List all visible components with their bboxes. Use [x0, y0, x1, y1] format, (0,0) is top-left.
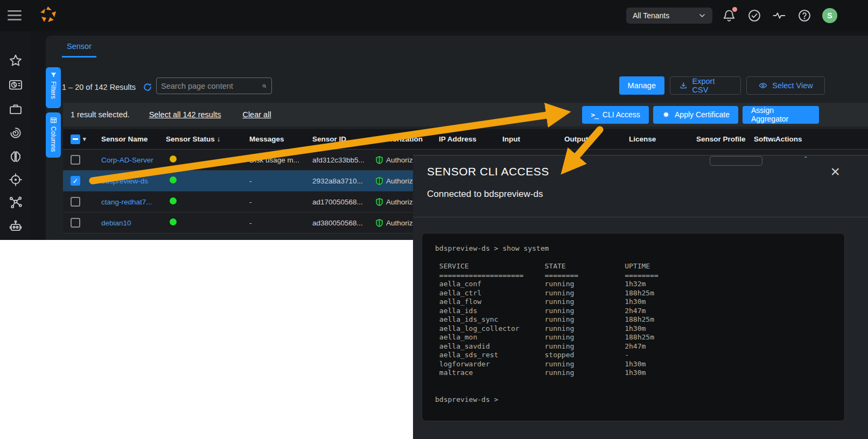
panel-divider	[413, 217, 868, 217]
header-authorization[interactable]: Authorization	[376, 135, 439, 143]
columns-side-tab[interactable]: Columns	[46, 112, 61, 158]
sensor-id-cell: ad170050568...	[312, 198, 376, 206]
select-view-button[interactable]: Select View	[746, 76, 825, 95]
header-software-version[interactable]: Software Version	[754, 135, 775, 143]
header-messages[interactable]: Messages	[249, 135, 312, 143]
apply-certificate-button[interactable]: Apply Certificate	[653, 106, 738, 124]
search-box	[156, 77, 272, 94]
screen: All Tenants S	[0, 0, 868, 439]
toolbar-buttons: Manage Export CSV Select View	[619, 76, 825, 95]
tenant-selector[interactable]: All Tenants	[626, 8, 712, 24]
tasks-check-icon[interactable]	[747, 8, 762, 23]
refresh-icon[interactable]	[142, 82, 153, 93]
search-icon[interactable]	[262, 81, 267, 91]
search-input[interactable]	[161, 82, 262, 90]
sensor-id-cell: ad380050568...	[312, 219, 376, 227]
messages-cell: Disk usage m...	[249, 156, 312, 164]
header-sensor-profile[interactable]: Sensor Profile	[696, 135, 754, 143]
crosshair-icon[interactable]	[8, 172, 23, 187]
header-output[interactable]: Output	[564, 135, 629, 143]
selection-count: 1 result selected.	[71, 110, 130, 119]
help-icon[interactable]	[797, 8, 812, 23]
header-ip-address[interactable]: IP Address	[439, 135, 502, 143]
briefcase-icon[interactable]	[8, 102, 23, 117]
user-avatar[interactable]: S	[822, 8, 837, 23]
filters-side-tab[interactable]: Filters	[46, 67, 61, 108]
header-license[interactable]: License	[629, 135, 696, 143]
brain-icon[interactable]	[8, 149, 23, 164]
bulk-action-buttons: >_ CLI Access Apply Certificate Assign A…	[582, 106, 868, 124]
chevron-down-icon	[698, 12, 706, 19]
network-icon[interactable]	[8, 195, 23, 210]
actions-cell-fragment: -	[804, 152, 807, 161]
terminal-icon: >_	[591, 111, 598, 119]
select-all-checkbox[interactable]	[71, 134, 80, 144]
selection-bar: 1 result selected. Select all 142 result…	[63, 103, 868, 126]
sensor-name-link[interactable]: ctang-redhat7...	[101, 198, 152, 206]
export-csv-button[interactable]: Export CSV	[670, 76, 741, 95]
stellar-logo[interactable]	[38, 5, 59, 26]
sensor-name-link[interactable]: Corp-AD-Server	[101, 156, 153, 164]
row-checkbox[interactable]	[71, 218, 80, 228]
header-sensor-name[interactable]: Sensor Name	[101, 135, 166, 143]
tab-sensor[interactable]: Sensor	[62, 42, 96, 58]
top-bar: All Tenants S	[0, 0, 868, 31]
star-icon[interactable]	[8, 53, 23, 68]
spiral-icon[interactable]	[8, 125, 23, 140]
clear-all-link[interactable]: Clear all	[242, 110, 271, 119]
download-icon	[679, 81, 688, 90]
sort-desc-icon: ↓	[217, 135, 221, 143]
cli-panel-subtitle: Connected to bdspreview-ds	[427, 189, 543, 200]
cli-panel-title: SENSOR CLI ACCESS	[427, 165, 549, 178]
checkbox-menu-caret-icon[interactable]: ▾	[83, 136, 86, 143]
header-sensor-id[interactable]: Sensor ID	[312, 135, 376, 143]
sensor-cli-access-panel: SENSOR CLI ACCESS × Connected to bdsprev…	[413, 155, 868, 439]
assign-aggregator-button[interactable]: Assign Aggregator	[743, 106, 819, 124]
dashboard-icon[interactable]	[8, 77, 23, 93]
messages-cell: -	[249, 198, 312, 206]
header-input[interactable]: Input	[502, 135, 564, 143]
avatar-initial: S	[827, 11, 832, 20]
columns-grid-icon	[50, 117, 57, 124]
shield-icon	[376, 198, 383, 206]
select-all-link[interactable]: Select all 142 results	[149, 110, 221, 119]
filter-funnel-icon	[50, 72, 57, 79]
messages-cell: -	[249, 219, 312, 227]
results-summary: 1 – 20 of 142 Results	[62, 83, 136, 91]
tenant-selector-label: All Tenants	[633, 11, 669, 20]
manage-button[interactable]: Manage	[619, 76, 664, 95]
sensor-name-link[interactable]: bdspreview-ds	[101, 177, 148, 185]
notification-dot	[732, 7, 737, 12]
header-actions[interactable]: Actions	[775, 135, 824, 143]
status-dot	[170, 176, 177, 183]
sensor-id-cell: 2932a8a3710...	[312, 177, 376, 185]
notifications-bell-icon[interactable]	[722, 8, 737, 23]
table-header-row: ▾ Sensor Name Sensor Status↓ Messages Se…	[63, 129, 868, 150]
shield-icon	[376, 156, 383, 164]
cli-terminal[interactable]: bdspreview-ds > show system SERVICE STAT…	[422, 233, 845, 421]
header-sensor-status[interactable]: Sensor Status↓	[166, 135, 249, 143]
system-health-pulse-icon[interactable]	[772, 8, 787, 23]
license-cell-fragment	[710, 156, 762, 166]
row-checkbox[interactable]: ✓	[71, 176, 80, 186]
status-dot	[170, 197, 177, 204]
row-checkbox[interactable]	[71, 197, 80, 207]
status-dot	[170, 218, 177, 225]
cli-access-button[interactable]: >_ CLI Access	[582, 106, 649, 124]
left-nav-rail	[0, 31, 31, 240]
sensor-id-cell: afd312c33bb5...	[312, 156, 376, 164]
status-dot	[170, 155, 177, 162]
robot-icon[interactable]	[8, 218, 23, 233]
hamburger-menu-icon[interactable]	[8, 10, 22, 21]
row-checkbox[interactable]	[71, 155, 80, 165]
messages-cell: -	[249, 177, 312, 185]
results-summary-row: 1 – 20 of 142 Results	[62, 82, 153, 93]
shield-icon	[376, 219, 383, 227]
shield-icon	[376, 177, 383, 185]
eye-icon	[758, 81, 768, 90]
close-icon[interactable]: ×	[830, 164, 840, 179]
certificate-seal-icon	[662, 110, 670, 119]
sensor-name-link[interactable]: debian10	[101, 219, 131, 227]
terminal-output: bdspreview-ds > show system SERVICE STAT…	[435, 244, 831, 404]
